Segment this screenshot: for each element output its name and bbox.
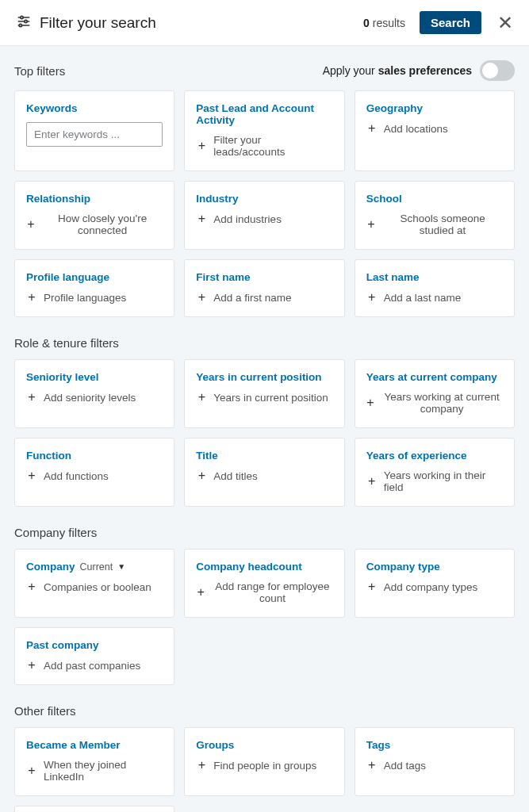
filter-title: Company Current ▼	[26, 561, 163, 573]
filter-title: Keywords	[26, 102, 163, 114]
filter-title: Seniority level	[26, 371, 163, 383]
filter-hint: Add functions	[44, 470, 163, 482]
plus-icon: +	[366, 580, 378, 593]
filter-card-profile-language[interactable]: Profile language + Profile languages	[14, 259, 174, 317]
add-action[interactable]: + Profile languages	[26, 291, 163, 304]
filter-hint: How closely you're connected	[42, 213, 163, 236]
plus-icon: +	[366, 475, 378, 488]
add-action[interactable]: + Add locations	[366, 122, 503, 135]
content: Top filters Apply your sales preferences…	[0, 46, 529, 812]
filter-card-years-company[interactable]: Years at current company + Years working…	[355, 359, 515, 428]
close-icon: ✕	[497, 12, 513, 33]
add-action[interactable]: + Add tags	[366, 759, 503, 772]
plus-icon: +	[26, 764, 37, 777]
plus-icon: +	[196, 759, 207, 772]
filter-card-headcount[interactable]: Company headcount + Add range for employ…	[184, 549, 344, 618]
filter-hint: Add company types	[384, 581, 503, 593]
add-action[interactable]: + Add range for employee count	[196, 580, 332, 604]
filter-hint: Companies or boolean	[44, 581, 163, 593]
section-title-top: Top filters	[14, 64, 65, 78]
add-action[interactable]: + Years working in their field	[366, 469, 503, 493]
filter-title: Years at current company	[366, 371, 503, 383]
filter-title: Profile language	[26, 271, 163, 283]
add-action[interactable]: + Companies or boolean	[26, 580, 163, 593]
filter-card-industry[interactable]: Industry + Add industries	[184, 181, 344, 250]
plus-icon: +	[366, 759, 378, 772]
filter-card-became-member[interactable]: Became a Member + When they joined Linke…	[14, 727, 174, 796]
close-button[interactable]: ✕	[497, 13, 513, 33]
filter-card-last-name[interactable]: Last name + Add a last name	[355, 259, 515, 317]
add-action[interactable]: + Add functions	[26, 469, 163, 482]
add-action[interactable]: + Schools someone studied at	[366, 213, 503, 236]
results-count: 0	[363, 17, 370, 29]
filter-title: Function	[26, 450, 163, 462]
filter-title: Relationship	[26, 193, 163, 205]
filter-card-function[interactable]: Function + Add functions	[14, 438, 174, 507]
filter-card-seniority[interactable]: Seniority level + Add seniority levels	[14, 359, 174, 428]
add-action[interactable]: + Filter your leads/accounts	[196, 134, 332, 158]
add-action[interactable]: + Add a last name	[366, 291, 503, 304]
add-action[interactable]: + Add seniority levels	[26, 391, 163, 404]
filter-card-title[interactable]: Title + Add titles	[184, 438, 344, 507]
add-action[interactable]: + Years in current position	[196, 391, 332, 404]
filter-card-company-type[interactable]: Company type + Add company types	[355, 549, 515, 618]
plus-icon: +	[366, 122, 378, 135]
filter-card-relationship[interactable]: Relationship + How closely you're connec…	[14, 181, 174, 250]
search-button[interactable]: Search	[420, 11, 481, 34]
plus-icon: +	[26, 218, 36, 231]
svg-point-1	[21, 16, 23, 18]
add-action[interactable]: + Add a first name	[196, 291, 332, 304]
add-action[interactable]: + Add company types	[366, 580, 503, 593]
results-label: results	[373, 17, 405, 29]
sales-preferences-label: Apply your sales preferences	[323, 64, 472, 77]
filter-title: Years of experience	[366, 450, 503, 462]
plus-icon: +	[366, 291, 378, 304]
filter-card-past-lead[interactable]: Past Lead and Account Activity + Filter …	[184, 90, 344, 171]
filter-card-past-company[interactable]: Past company + Add past companies	[14, 627, 174, 685]
filter-card-posted-keywords[interactable]: Posted content keywords + Add keywords	[14, 806, 174, 812]
filter-hint: Years working at current company	[381, 391, 503, 415]
keywords-input[interactable]	[26, 122, 163, 147]
filter-card-years-position[interactable]: Years in current position + Years in cur…	[184, 359, 344, 428]
plus-icon: +	[196, 291, 207, 304]
plus-icon: +	[196, 469, 207, 482]
filter-card-tags[interactable]: Tags + Add tags	[355, 727, 515, 796]
results-count-wrap: 0 results	[363, 17, 405, 29]
filter-hint: Schools someone studied at	[382, 213, 503, 236]
filter-title: Tags	[366, 739, 503, 751]
filter-card-groups[interactable]: Groups + Find people in groups	[184, 727, 344, 796]
add-action[interactable]: + Add titles	[196, 469, 332, 482]
sales-preferences-toggle[interactable]	[480, 60, 515, 81]
filter-title: Past company	[26, 639, 163, 651]
filter-hint: Add titles	[213, 470, 332, 482]
plus-icon: +	[26, 391, 37, 404]
section-title-company: Company filters	[14, 526, 97, 539]
filter-hint: Find people in groups	[213, 760, 332, 772]
filter-hint: Profile languages	[44, 292, 163, 304]
plus-icon: +	[26, 580, 37, 593]
filter-card-company[interactable]: Company Current ▼ + Companies or boolean	[14, 549, 174, 618]
filter-icon	[16, 13, 32, 32]
filter-title: Last name	[366, 271, 503, 283]
add-action[interactable]: + Find people in groups	[196, 759, 332, 772]
add-action[interactable]: + When they joined LinkedIn	[26, 759, 163, 783]
add-action[interactable]: + Add past companies	[26, 659, 163, 672]
add-action[interactable]: + Add industries	[196, 213, 332, 225]
filter-title: Became a Member	[26, 739, 163, 751]
filter-title: First name	[196, 271, 332, 283]
add-action[interactable]: + Years working at current company	[366, 391, 503, 415]
filter-card-first-name[interactable]: First name + Add a first name	[184, 259, 344, 317]
add-action[interactable]: + How closely you're connected	[26, 213, 163, 236]
company-scope-chip[interactable]: Current	[80, 561, 113, 573]
plus-icon: +	[26, 291, 37, 304]
filter-hint: Add industries	[213, 213, 332, 225]
filter-card-years-experience[interactable]: Years of experience + Years working in t…	[355, 438, 515, 507]
filter-card-geography[interactable]: Geography + Add locations	[355, 90, 515, 171]
plus-icon: +	[366, 218, 377, 231]
section-company: Company filters Company Current ▼ + Comp…	[14, 526, 515, 685]
plus-icon: +	[26, 469, 37, 482]
filter-hint: Years working in their field	[384, 469, 503, 493]
filter-card-keywords[interactable]: Keywords	[14, 90, 174, 171]
filter-title: Groups	[196, 739, 332, 751]
filter-card-school[interactable]: School + Schools someone studied at	[355, 181, 515, 250]
